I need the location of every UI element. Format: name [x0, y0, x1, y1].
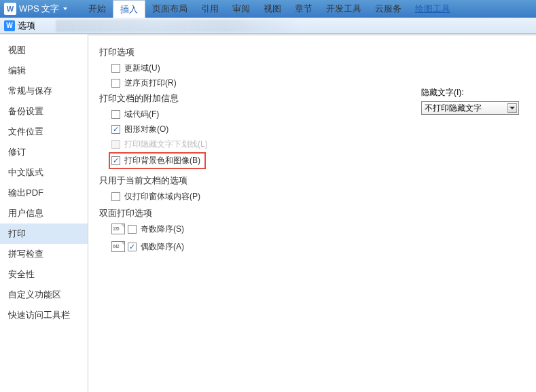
- label-odd-descending: 奇数降序(S): [141, 224, 184, 235]
- tab-draw-tools[interactable]: 绘图工具: [408, 0, 457, 18]
- duplex-odd-icon: [111, 224, 125, 234]
- tab-review[interactable]: 审阅: [226, 0, 257, 18]
- tab-page-layout[interactable]: 页面布局: [145, 0, 194, 18]
- sidebar-item-output-pdf[interactable]: 输出PDF: [0, 183, 88, 203]
- checkbox-even-descending[interactable]: [128, 243, 137, 251]
- label-drawing-objects: 图形对象(O): [124, 124, 168, 135]
- sidebar-item-edit[interactable]: 编辑: [0, 60, 88, 81]
- checkbox-drawing-objects[interactable]: [111, 125, 120, 134]
- dropdown-arrow-icon[interactable]: [507, 103, 517, 113]
- label-print-bg-images: 打印背景色和图像(B): [124, 155, 200, 166]
- dialog-title: 选项: [18, 20, 35, 32]
- highlight-print-bg-images: 打印背景色和图像(B): [109, 152, 206, 169]
- sidebar-item-security[interactable]: 安全性: [0, 264, 88, 285]
- sidebar-item-customize-ribbon[interactable]: 自定义功能区: [0, 285, 88, 305]
- label-reverse-order: 逆序页打印(R): [124, 77, 177, 89]
- duplex-even-icon: [111, 241, 125, 252]
- options-sidebar: 视图 编辑 常规与保存 备份设置 文件位置 修订 中文版式 输出PDF 用户信息…: [0, 35, 88, 392]
- sidebar-item-user-info[interactable]: 用户信息: [0, 203, 88, 224]
- checkbox-print-bg-images[interactable]: [111, 156, 120, 165]
- section-print-options: 打印选项: [99, 46, 525, 58]
- sidebar-item-general-save[interactable]: 常规与保存: [0, 81, 88, 101]
- section-duplex: 双面打印选项: [99, 207, 525, 219]
- options-content: 打印选项 更新域(U) 逆序页打印(R) 打印文档的附加信息 域代码(F) 图形…: [88, 35, 536, 392]
- label-hidden-underline: 打印隐藏文字下划线(L): [124, 139, 208, 150]
- checkbox-field-codes[interactable]: [111, 110, 120, 119]
- label-field-codes: 域代码(F): [124, 109, 159, 120]
- tab-references[interactable]: 引用: [194, 0, 226, 18]
- sidebar-item-view[interactable]: 视图: [0, 40, 88, 60]
- checkbox-reverse-order[interactable]: [111, 79, 120, 88]
- label-hidden-text: 隐藏文字(I):: [421, 87, 519, 99]
- sidebar-item-quick-access[interactable]: 快速访问工具栏: [0, 305, 88, 325]
- tab-view[interactable]: 视图: [257, 0, 288, 18]
- tab-cloud[interactable]: 云服务: [368, 0, 408, 18]
- sidebar-item-chinese-layout[interactable]: 中文版式: [0, 162, 88, 183]
- tab-devtools[interactable]: 开发工具: [319, 0, 368, 18]
- tab-chapter[interactable]: 章节: [288, 0, 319, 18]
- sidebar-item-spellcheck[interactable]: 拼写检查: [0, 244, 88, 264]
- dialog-header: W 选项: [0, 18, 536, 34]
- checkbox-odd-descending[interactable]: [128, 225, 137, 234]
- select-hidden-text-value: 不打印隐藏文字: [425, 103, 482, 114]
- tab-insert[interactable]: 插入: [113, 0, 145, 18]
- checkbox-hidden-underline: [111, 140, 120, 149]
- sidebar-item-print[interactable]: 打印: [0, 224, 88, 244]
- dialog-logo-icon: W: [4, 20, 15, 31]
- ribbon-blurred-area: [56, 20, 300, 32]
- section-current-doc-only: 只用于当前文档的选项: [99, 175, 525, 187]
- checkbox-update-fields[interactable]: [111, 64, 120, 73]
- checkbox-form-content-only[interactable]: [111, 192, 120, 201]
- tab-start[interactable]: 开始: [82, 0, 113, 18]
- label-form-content-only: 仅打印窗体域内容(P): [124, 191, 200, 202]
- label-update-fields: 更新域(U): [124, 63, 160, 74]
- sidebar-item-file-location[interactable]: 文件位置: [0, 122, 88, 142]
- sidebar-item-backup[interactable]: 备份设置: [0, 101, 88, 122]
- select-hidden-text[interactable]: 不打印隐藏文字: [421, 101, 519, 115]
- label-even-descending: 偶数降序(A): [141, 241, 184, 253]
- sidebar-item-revision[interactable]: 修订: [0, 142, 88, 162]
